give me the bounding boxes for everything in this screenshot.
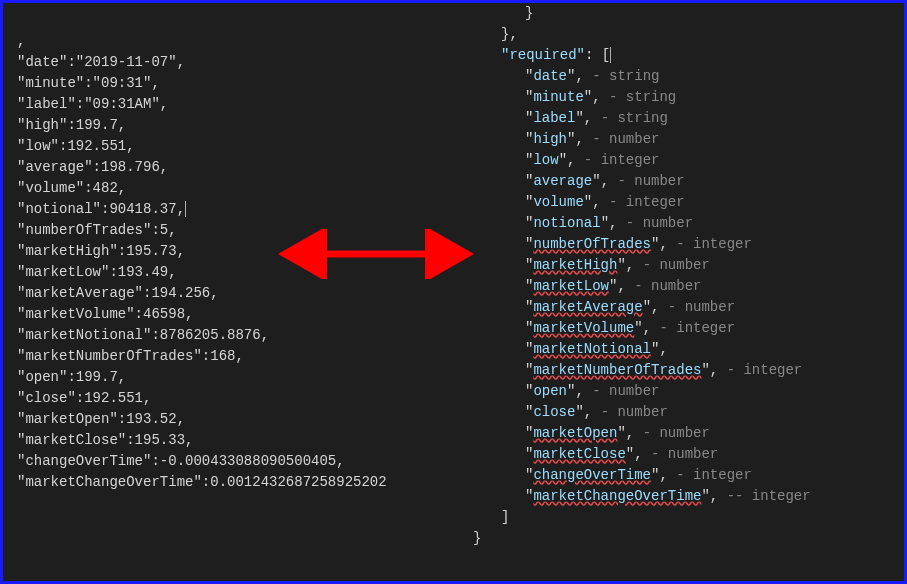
text-cursor [185,201,186,217]
text-cursor [610,47,611,63]
required-item[interactable]: "close", - number [473,402,893,423]
required-item[interactable]: "open", - number [473,381,893,402]
brace-close: } [473,528,893,549]
required-item[interactable]: "marketOpen", - number [473,423,893,444]
json-field[interactable]: "average":198.796, [17,157,447,178]
json-data-left: ,"date":"2019-11-07","minute":"09:31","l… [17,31,447,493]
required-item[interactable]: "marketAverage", - number [473,297,893,318]
bracket-close: ] [473,507,893,528]
required-item[interactable]: "minute", - string [473,87,893,108]
json-field[interactable]: "marketHigh":195.73, [17,241,447,262]
json-field[interactable]: "marketNumberOfTrades":168, [17,346,447,367]
json-field[interactable]: "changeOverTime":-0.000433088090500405, [17,451,447,472]
required-item[interactable]: "notional", - number [473,213,893,234]
required-item[interactable]: "marketClose", - number [473,444,893,465]
json-field[interactable]: "marketNotional":8786205.8876, [17,325,447,346]
required-item[interactable]: "average", - number [473,171,893,192]
required-item[interactable]: "low", - integer [473,150,893,171]
json-field[interactable]: "marketAverage":194.256, [17,283,447,304]
required-item[interactable]: "marketHigh", - number [473,255,893,276]
json-schema-right: }},"required": ["date", - string"minute"… [473,3,893,549]
json-field[interactable]: "numberOfTrades":5, [17,220,447,241]
json-field[interactable]: "marketChangeOverTime":0.001243268725892… [17,472,447,493]
brace-close: }, [473,24,893,45]
required-item[interactable]: "marketLow", - number [473,276,893,297]
required-item[interactable]: "numberOfTrades", - integer [473,234,893,255]
json-field[interactable]: "marketClose":195.33, [17,430,447,451]
json-field[interactable]: "volume":482, [17,178,447,199]
required-key[interactable]: "required": [ [473,45,893,66]
json-field[interactable]: "marketLow":193.49, [17,262,447,283]
required-item[interactable]: "changeOverTime", - integer [473,465,893,486]
json-field[interactable]: "marketOpen":193.52, [17,409,447,430]
json-field[interactable]: "close":192.551, [17,388,447,409]
json-field[interactable]: "date":"2019-11-07", [17,52,447,73]
required-item[interactable]: "marketChangeOverTime", -- integer [473,486,893,507]
required-item[interactable]: "date", - string [473,66,893,87]
required-item[interactable]: "marketNotional", [473,339,893,360]
required-item[interactable]: "marketNumberOfTrades", - integer [473,360,893,381]
json-field[interactable]: "high":199.7, [17,115,447,136]
required-item[interactable]: "volume", - integer [473,192,893,213]
required-item[interactable]: "high", - number [473,129,893,150]
json-field[interactable]: "minute":"09:31", [17,73,447,94]
json-field[interactable]: "low":192.551, [17,136,447,157]
required-item[interactable]: "marketVolume", - integer [473,318,893,339]
json-field[interactable]: "notional":90418.37, [17,199,447,220]
brace-close: } [473,3,893,24]
json-field[interactable]: "marketVolume":46598, [17,304,447,325]
json-separator: , [17,31,447,52]
required-item[interactable]: "label", - string [473,108,893,129]
json-field[interactable]: "open":199.7, [17,367,447,388]
json-field[interactable]: "label":"09:31AM", [17,94,447,115]
